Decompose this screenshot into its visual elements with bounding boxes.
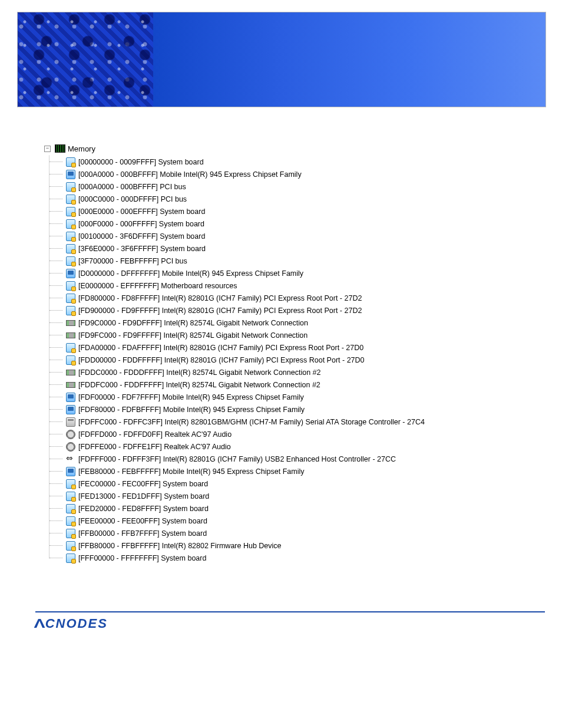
tree-item-label: [FEC00000 - FEC00FFF] System board <box>78 480 208 488</box>
tree-item[interactable]: [000A0000 - 000BFFFF] PCI bus <box>49 180 562 193</box>
tree-item-label: [FDFFC000 - FDFFC3FF] Intel(R) 82801GBM/… <box>78 418 425 426</box>
storage-controller-icon <box>66 417 75 427</box>
system-device-icon <box>66 529 75 538</box>
tree-item[interactable]: [FDFFC000 - FDFFC3FF] Intel(R) 82801GBM/… <box>49 416 562 428</box>
tree-item-label: [000F0000 - 000FFFFF] System board <box>78 220 204 228</box>
tree-item[interactable]: [FFB00000 - FFB7FFFF] System board <box>49 527 562 539</box>
display-adapter-icon <box>66 467 75 476</box>
footer-logo: ΛCNODES <box>35 616 562 631</box>
system-device-icon <box>66 554 75 563</box>
tree-item-label: [FEE00000 - FEE00FFF] System board <box>78 517 207 525</box>
tree-item-label: [FDFFE000 - FDFFE1FF] Realtek AC'97 Audi… <box>78 443 231 451</box>
tree-item-label: [FDF00000 - FDF7FFFF] Mobile Intel(R) 94… <box>78 393 304 401</box>
network-adapter-icon <box>66 318 75 328</box>
system-device-icon <box>66 343 75 353</box>
system-device-icon <box>66 492 75 501</box>
system-device-icon <box>66 195 75 204</box>
audio-device-icon <box>66 430 75 439</box>
tree-item-label: [FDFFD000 - FDFFD0FF] Realtek AC'97 Audi… <box>78 430 232 439</box>
tree-item-label: [FD9C0000 - FD9DFFFF] Intel(R) 82574L Gi… <box>78 319 308 327</box>
tree-item[interactable]: [FD9C0000 - FD9DFFFF] Intel(R) 82574L Gi… <box>49 317 562 329</box>
tree-item-label: [000C0000 - 000DFFFF] PCI bus <box>78 195 187 203</box>
tree-item-label: [00000000 - 0009FFFF] System board <box>78 158 204 166</box>
tree-item-label: [D0000000 - DFFFFFFF] Mobile Intel(R) 94… <box>78 269 303 278</box>
tree-item[interactable]: [FDFFD000 - FDFFD0FF] Realtek AC'97 Audi… <box>49 428 562 440</box>
system-device-icon <box>66 504 75 513</box>
tree-item-label: [FDF80000 - FDFBFFFF] Mobile Intel(R) 94… <box>78 406 305 414</box>
tree-item[interactable]: [FED20000 - FED8FFFF] System board <box>49 502 562 515</box>
tree-item[interactable]: [FDDC0000 - FDDDFFFF] Intel(R) 82574L Gi… <box>49 366 562 378</box>
audio-device-icon <box>66 442 75 452</box>
tree-item-label: [FDDC0000 - FDDDFFFF] Intel(R) 82574L Gi… <box>78 368 321 377</box>
tree-children: [00000000 - 0009FFFF] System board[000A0… <box>49 156 562 564</box>
memory-chip-icon <box>55 144 65 153</box>
tree-item-label: [FDDFC000 - FDDFFFFF] Intel(R) 82574L Gi… <box>78 381 320 389</box>
tree-item[interactable]: [FDDFC000 - FDDFFFFF] Intel(R) 82574L Gi… <box>49 378 562 391</box>
tree-item[interactable]: [00000000 - 0009FFFF] System board <box>49 156 562 168</box>
tree-item[interactable]: [000F0000 - 000FFFFF] System board <box>49 218 562 230</box>
tree-item[interactable]: [3F700000 - FEBFFFFF] PCI bus <box>49 255 562 267</box>
system-device-icon <box>66 294 75 303</box>
tree-item-label: [FFB00000 - FFB7FFFF] System board <box>78 529 207 538</box>
tree-item[interactable]: [D0000000 - DFFFFFFF] Mobile Intel(R) 94… <box>49 267 562 279</box>
tree-item[interactable]: [E0000000 - EFFFFFFF] Motherboard resour… <box>49 279 562 292</box>
tree-item[interactable]: [3F6E0000 - 3F6FFFFF] System board <box>49 242 562 255</box>
tree-item-label: [000A0000 - 000BFFFF] Mobile Intel(R) 94… <box>78 170 302 179</box>
system-device-icon <box>66 355 75 365</box>
tree-item[interactable]: [FDA00000 - FDAFFFFF] Intel(R) 82801G (I… <box>49 341 562 354</box>
usb-controller-icon <box>66 454 75 464</box>
tree-item[interactable]: [FDFFE000 - FDFFE1FF] Realtek AC'97 Audi… <box>49 440 562 453</box>
tree-item[interactable]: [FEC00000 - FEC00FFF] System board <box>49 477 562 490</box>
tree-item[interactable]: [FEB80000 - FEBFFFFF] Mobile Intel(R) 94… <box>49 465 562 477</box>
tree-item-label: [FDFFF000 - FDFFF3FF] Intel(R) 82801G (I… <box>78 455 396 463</box>
system-device-icon <box>66 244 75 253</box>
tree-item[interactable]: [000C0000 - 000DFFFF] PCI bus <box>49 193 562 205</box>
system-device-icon <box>66 157 75 167</box>
tree-root-memory[interactable]: − Memory <box>44 143 562 154</box>
network-adapter-icon <box>66 380 75 390</box>
tree-item-label: [3F700000 - FEBFFFFF] PCI bus <box>78 257 187 265</box>
tree-item-label: [FD9FC000 - FD9FFFFF] Intel(R) 82574L Gi… <box>78 331 308 340</box>
footer-brand-text: CNODES <box>45 616 108 631</box>
system-device-icon <box>66 306 75 315</box>
display-adapter-icon <box>66 393 75 402</box>
tree-item-label: [FD900000 - FD9FFFFF] Intel(R) 82801G (I… <box>78 307 362 315</box>
tree-item[interactable]: [FDF80000 - FDFBFFFF] Mobile Intel(R) 94… <box>49 403 562 416</box>
tree-item[interactable]: [FD900000 - FD9FFFFF] Intel(R) 82801G (I… <box>49 304 562 317</box>
tree-item-label: [FEB80000 - FEBFFFFF] Mobile Intel(R) 94… <box>78 467 304 476</box>
tree-root-label: Memory <box>68 144 95 153</box>
tree-item[interactable]: [FDD00000 - FDDFFFFF] Intel(R) 82801G (I… <box>49 354 562 366</box>
tree-item[interactable]: [FED13000 - FED1DFFF] System board <box>49 490 562 502</box>
header-banner <box>17 12 546 107</box>
tree-item-label: [FD800000 - FD8FFFFF] Intel(R) 82801G (I… <box>78 294 362 302</box>
tree-item-label: [FFF00000 - FFFFFFFF] System board <box>78 554 206 562</box>
tree-item[interactable]: [00100000 - 3F6DFFFF] System board <box>49 230 562 242</box>
system-device-icon <box>66 182 75 192</box>
network-adapter-icon <box>66 368 75 377</box>
tree-item[interactable]: [000E0000 - 000EFFFF] System board <box>49 205 562 218</box>
display-adapter-icon <box>66 269 75 278</box>
system-device-icon <box>66 516 75 526</box>
tree-item[interactable]: [FD9FC000 - FD9FFFFF] Intel(R) 82574L Gi… <box>49 329 562 341</box>
tree-item-label: [000E0000 - 000EFFFF] System board <box>78 207 205 216</box>
tree-item-label: [FFB80000 - FFBFFFFF] Intel(R) 82802 Fir… <box>78 542 282 550</box>
device-tree: − Memory [00000000 - 0009FFFF] System bo… <box>44 143 562 564</box>
tree-item[interactable]: [FFB80000 - FFBFFFFF] Intel(R) 82802 Fir… <box>49 539 562 552</box>
tree-item[interactable]: [FDFFF000 - FDFFF3FF] Intel(R) 82801G (I… <box>49 453 562 465</box>
tree-item[interactable]: [FD800000 - FD8FFFFF] Intel(R) 82801G (I… <box>49 292 562 304</box>
collapse-icon[interactable]: − <box>44 146 51 152</box>
system-device-icon <box>66 541 75 551</box>
tree-item[interactable]: [000A0000 - 000BFFFF] Mobile Intel(R) 94… <box>49 168 562 180</box>
tree-item-label: [FED13000 - FED1DFFF] System board <box>78 492 209 500</box>
tree-item[interactable]: [FDF00000 - FDF7FFFF] Mobile Intel(R) 94… <box>49 391 562 403</box>
tree-item-label: [00100000 - 3F6DFFFF] System board <box>78 232 205 241</box>
tree-item[interactable]: [FFF00000 - FFFFFFFF] System board <box>49 552 562 564</box>
tree-item-label: [000A0000 - 000BFFFF] PCI bus <box>78 183 186 191</box>
tree-item-label: [FED20000 - FED8FFFF] System board <box>78 505 209 513</box>
tree-item-label: [3F6E0000 - 3F6FFFFF] System board <box>78 245 206 253</box>
footer-divider <box>35 611 545 612</box>
system-device-icon <box>66 219 75 229</box>
system-device-icon <box>66 232 75 241</box>
system-device-icon <box>66 256 75 266</box>
tree-item[interactable]: [FEE00000 - FEE00FFF] System board <box>49 515 562 527</box>
